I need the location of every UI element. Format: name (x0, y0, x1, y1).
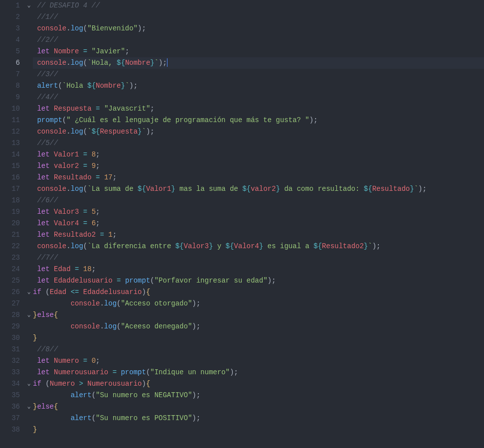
fold-marker (25, 80, 33, 92)
token-keyword: let (37, 150, 49, 158)
token-func: log (71, 185, 83, 193)
token-interp-brace: ${ (175, 242, 184, 250)
code-line[interactable]: let Edad = 18; (33, 264, 484, 275)
token-string: "Bienvenido" (87, 24, 138, 32)
chevron-down-icon[interactable]: ⌄ (25, 309, 33, 321)
code-line[interactable]: console.log("Bienvenido"); (33, 23, 484, 34)
code-line[interactable]: console.log(`La diferencia entre ${Valor… (33, 241, 484, 252)
token-punct: ; (150, 128, 154, 136)
token-paren: ) (192, 299, 196, 307)
code-line[interactable]: //2// (33, 34, 484, 46)
code-line[interactable]: let Numero = 0; (33, 355, 484, 367)
code-editor[interactable]: 1234567891011121314151617181920212223242… (0, 0, 484, 436)
code-line[interactable]: //1// (33, 11, 484, 23)
code-line[interactable]: } (33, 424, 484, 436)
code-line[interactable]: //7// (33, 252, 484, 264)
code-line[interactable]: console.log("Acceso otorgado"); (33, 298, 484, 309)
token-string: "Aceeso denegado" (121, 322, 192, 330)
line-number: 11 (0, 115, 20, 126)
code-line[interactable]: alert("Su numero es NEGATIVO"); (33, 390, 484, 401)
token-punct: ; (113, 173, 117, 181)
token-comment: // DESAFIO 4 // (37, 1, 100, 9)
code-line[interactable]: console.log(`Hola, ${Nombre}`); (33, 57, 484, 69)
token-comment: //7// (37, 254, 58, 262)
code-line[interactable]: let Edaddelusuario = prompt("Porfavor in… (33, 275, 484, 287)
code-line[interactable]: alert("Su numero es POSITIVO"); (33, 413, 484, 424)
code-line[interactable]: let Resultado = 17; (33, 172, 484, 183)
code-line[interactable]: }else{ (33, 309, 484, 321)
code-line[interactable]: //8// (33, 344, 484, 355)
code-line[interactable]: console.log("Aceeso denegado"); (33, 321, 484, 332)
token-keyword: let (37, 47, 49, 55)
token-template: `Hola (62, 82, 87, 90)
token-func: prompt (37, 116, 62, 124)
fold-marker (25, 183, 33, 195)
token-operator: = (83, 219, 87, 227)
code-line[interactable]: let Nombre = "Javier"; (33, 46, 484, 57)
chevron-down-icon[interactable]: ⌄ (25, 401, 33, 413)
token-interp-brace: ${ (92, 128, 100, 136)
token-keyword: let (37, 208, 49, 216)
code-line[interactable]: let Respuesta = "Javascrit"; (33, 103, 484, 115)
chevron-down-icon[interactable]: ⌄ (25, 0, 33, 11)
token-variable: Nombre (54, 47, 79, 55)
token-variable: Valor4 (54, 219, 79, 227)
code-line[interactable]: let Valor1 = 8; (33, 149, 484, 160)
token-punct: . (66, 24, 70, 32)
line-number: 2 (0, 11, 20, 23)
token-variable: Edaddelusuario (83, 288, 142, 296)
code-line[interactable]: //4// (33, 92, 484, 103)
code-line[interactable]: if (Numero > Numerousuario){ (33, 378, 484, 390)
code-line[interactable]: console.log(`${Respuesta}`); (33, 126, 484, 138)
code-line[interactable]: alert(`Hola ${Nombre}`); (33, 80, 484, 92)
code-line[interactable]: let Valor3 = 5; (33, 206, 484, 218)
code-line[interactable]: let Numerousuario = prompt("Indique un n… (33, 367, 484, 378)
line-number: 1 (0, 0, 20, 11)
token-number: 5 (92, 208, 96, 216)
token-punct: . (66, 59, 70, 67)
code-line[interactable]: console.log(`La suma de ${Valor1} mas la… (33, 183, 484, 195)
chevron-down-icon[interactable]: ⌄ (25, 378, 33, 390)
token-func: log (71, 242, 83, 250)
token-punct: ; (96, 357, 100, 365)
code-line[interactable]: //3// (33, 69, 484, 80)
token-func: prompt (121, 368, 146, 376)
token-number: 18 (83, 265, 92, 273)
fold-marker (25, 229, 33, 241)
token-punct: ; (422, 185, 426, 193)
chevron-down-icon[interactable]: ⌄ (25, 287, 33, 298)
token-func: alert (71, 414, 92, 422)
code-line[interactable]: prompt(" ¿Cuál es el lenguaje de program… (33, 115, 484, 126)
code-line[interactable]: }else{ (33, 401, 484, 413)
line-number: 3 (0, 23, 20, 34)
token-keyword: else (37, 403, 54, 411)
token-punct: ; (113, 231, 117, 239)
token-operator: = (96, 105, 100, 113)
token-interp-brace: ${ (87, 82, 96, 90)
code-line[interactable]: if (Edad <= Edaddelusuario){ (33, 287, 484, 298)
code-line[interactable]: let valor2 = 9; (33, 160, 484, 172)
code-line[interactable]: // DESAFIO 4 // (33, 0, 484, 11)
code-line[interactable]: } (33, 332, 484, 344)
line-number: 25 (0, 275, 20, 287)
token-paren: ) (142, 288, 146, 296)
token-interp-brace: } (150, 59, 154, 67)
code-line[interactable]: let Resultado2 = 1; (33, 229, 484, 241)
token-variable: Respuesta (54, 105, 92, 113)
code-content[interactable]: // DESAFIO 4 // //1// console.log("Bienv… (33, 0, 484, 436)
token-string: "Acceso otorgado" (121, 299, 192, 307)
token-punct: ; (150, 105, 154, 113)
line-number: 35 (0, 390, 20, 401)
code-line[interactable]: //5// (33, 138, 484, 149)
token-interp-brace: ${ (364, 185, 372, 193)
token-paren: ( (92, 391, 96, 399)
code-line[interactable]: let Valor4 = 6; (33, 218, 484, 229)
fold-marker (25, 69, 33, 80)
token-paren: ( (83, 242, 87, 250)
token-template: ` (142, 128, 146, 136)
token-variable: console (37, 242, 66, 250)
token-punct: ; (125, 47, 129, 55)
fold-marker (25, 413, 33, 424)
code-line[interactable]: //6// (33, 195, 484, 206)
token-func: log (71, 59, 83, 67)
